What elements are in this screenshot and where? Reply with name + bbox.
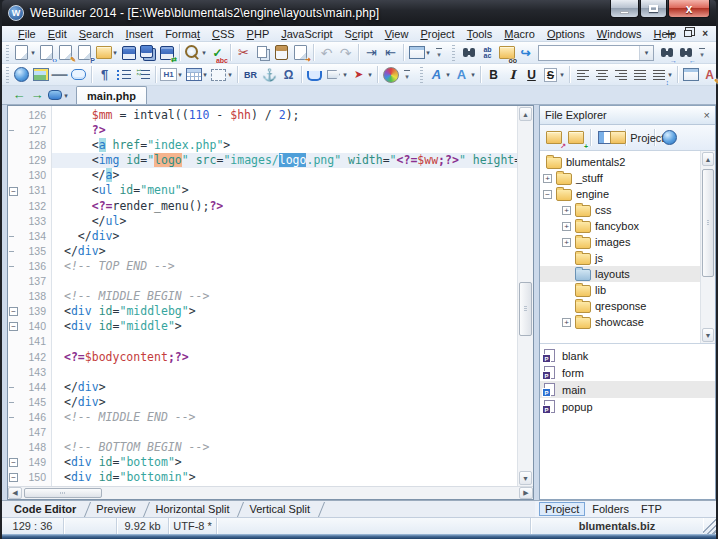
spell-check-icon[interactable]: ✓abc — [209, 44, 226, 61]
code-line-139[interactable]: <div id="middlebg"> — [52, 304, 517, 319]
code-line-144[interactable]: </div> — [52, 380, 517, 395]
code-line-135[interactable]: </div> — [52, 244, 517, 259]
tree-item-images[interactable]: +images — [540, 234, 700, 250]
align-right-icon[interactable] — [612, 66, 629, 83]
goto-icon[interactable]: ↪ — [517, 44, 534, 61]
cut-icon[interactable]: ✂ — [235, 44, 252, 61]
code-line-134[interactable]: </div> — [52, 229, 517, 244]
code-line-147[interactable] — [52, 425, 517, 440]
redo-icon[interactable]: ↷ — [337, 44, 354, 61]
minimize-button[interactable] — [610, 0, 639, 18]
toolbar-overflow-icon[interactable]: ▾ — [434, 44, 444, 61]
menu-view[interactable]: View — [379, 28, 415, 40]
menu-file[interactable]: File — [12, 28, 42, 40]
font-icon-caret[interactable]: ▾ — [444, 66, 452, 83]
replace-icon[interactable]: ab ac — [479, 44, 496, 61]
code-line-138[interactable]: <!-- MIDDLE BEGIN --> — [52, 289, 517, 304]
new-php-document-icon[interactable]: P — [76, 44, 93, 61]
tree-item-fancybox[interactable]: +fancybox — [540, 218, 700, 234]
menu-script[interactable]: Script — [339, 28, 379, 40]
find-next-icon[interactable]: → — [658, 44, 675, 61]
paragraph-icon[interactable]: ¶ — [96, 66, 113, 83]
open-file-icon-caret[interactable]: ▾ — [111, 44, 119, 61]
navigate-forward-icon[interactable]: → — [28, 86, 46, 103]
new-document-icon[interactable] — [13, 44, 30, 61]
fold-toggle-icon[interactable]: − — [9, 187, 18, 196]
tree-expander-icon[interactable]: + — [562, 206, 571, 215]
style-editor-icon[interactable]: A✎ — [701, 66, 718, 83]
indent-icon[interactable]: ⇥ — [363, 44, 380, 61]
scroll-right-icon[interactable]: ▶ — [519, 487, 533, 499]
table-icon-caret[interactable]: ▾ — [201, 66, 209, 83]
bold-icon[interactable]: B — [485, 66, 502, 83]
menu-php[interactable]: PHP — [241, 28, 276, 40]
find-icon-caret[interactable]: ▾ — [200, 44, 208, 61]
document-close-icon[interactable]: × — [702, 29, 708, 39]
special-character-icon[interactable]: Ω — [280, 66, 297, 83]
code-area[interactable]: $mm = intval((110 - $hh) / 2); ?> <a hre… — [52, 106, 517, 486]
code-line-150[interactable]: <div id="bottomin"> — [52, 470, 517, 485]
code-line-132[interactable]: <?=render_menu();?> — [52, 199, 517, 214]
encoding[interactable]: UTF-8 * — [169, 518, 217, 534]
tree-expander-icon[interactable]: + — [562, 222, 571, 231]
tree-vertical-scrollbar[interactable]: ▲ ▼ — [700, 151, 715, 343]
scroll-up-icon[interactable]: ▲ — [702, 152, 714, 166]
code-line-129[interactable]: <img id="logo" src="images/logo.png" wid… — [52, 153, 517, 168]
menu-css[interactable]: CSS — [206, 28, 241, 40]
scroll-down-icon[interactable]: ▼ — [519, 471, 532, 485]
line-break-icon[interactable]: BR — [242, 66, 259, 83]
menu-windows[interactable]: Windows — [591, 28, 648, 40]
code-snippet-icon[interactable]: ➤ — [350, 66, 367, 83]
view-tab-vertical-split[interactable]: Vertical Split — [241, 501, 322, 517]
code-line-137[interactable] — [52, 274, 517, 289]
copy-icon[interactable] — [254, 44, 271, 61]
tree-item-qresponse[interactable]: qresponse — [540, 298, 700, 314]
toolbar-overflow-icon[interactable]: ▾ — [402, 66, 412, 83]
line-spacing-icon[interactable]: ↕ — [650, 66, 667, 83]
italic-icon[interactable]: I — [504, 66, 521, 83]
maximize-button[interactable] — [640, 0, 667, 18]
tree-item-layouts[interactable]: layouts — [540, 266, 700, 282]
file-item-blank[interactable]: Pblank — [540, 347, 715, 364]
find-icon[interactable] — [184, 44, 201, 61]
scroll-left-icon[interactable]: ◀ — [8, 487, 22, 499]
image-icon[interactable] — [32, 66, 49, 83]
tag-icon[interactable] — [325, 66, 342, 83]
document-restore-icon[interactable] — [684, 30, 692, 37]
menu-options[interactable]: Options — [541, 28, 591, 40]
code-line-126[interactable]: $mm = intval((110 - $hh) / 2); — [52, 108, 517, 123]
view-tab-code-editor[interactable]: Code Editor — [6, 501, 88, 517]
code-line-136[interactable]: <!-- TOP END --> — [52, 259, 517, 274]
file-item-main[interactable]: Pmain — [540, 381, 715, 398]
code-line-141[interactable] — [52, 334, 517, 349]
strikethrough-icon-caret[interactable]: ▾ — [558, 66, 566, 83]
panel-tab-ftp[interactable]: FTP — [636, 502, 667, 516]
bullet-list-icon[interactable] — [115, 66, 132, 83]
menu-format[interactable]: Format — [159, 28, 206, 40]
numbered-list-icon[interactable] — [134, 66, 151, 83]
projects-button[interactable]: Projects — [630, 128, 650, 147]
tree-expander-icon[interactable]: + — [543, 174, 552, 183]
menu-tools[interactable]: Tools — [461, 28, 499, 40]
table-icon[interactable] — [185, 66, 202, 83]
toolbar-overflow-icon[interactable]: ▾ — [697, 44, 707, 61]
fold-toggle-icon[interactable]: − — [9, 458, 18, 467]
parent-folder-icon[interactable]: ↗ — [544, 128, 564, 147]
new-folder-icon[interactable]: + — [566, 128, 586, 147]
new-document-icon-caret[interactable]: ▾ — [29, 44, 37, 61]
find-dialog-icon[interactable] — [460, 44, 477, 61]
heading-icon[interactable]: H1 — [160, 66, 177, 83]
tree-item-_stuff[interactable]: +_stuff — [540, 170, 700, 186]
search-combo[interactable] — [538, 45, 654, 61]
view-tab-preview[interactable]: Preview — [88, 501, 147, 517]
code-line-130[interactable]: </a> — [52, 168, 517, 183]
hyperlink-icon[interactable] — [13, 66, 30, 83]
menu-javascript[interactable]: JavaScript — [275, 28, 338, 40]
toolbar-grip[interactable] — [6, 45, 9, 61]
font-color-icon[interactable]: A — [453, 66, 470, 83]
paste-special-icon[interactable]: ➜ — [292, 44, 309, 61]
menu-project[interactable]: Project — [414, 28, 460, 40]
editor-horizontal-scrollbar[interactable]: ◀ ▶ — [8, 486, 533, 499]
tree-item-js[interactable]: js — [540, 250, 700, 266]
strikethrough-icon[interactable]: S — [542, 66, 559, 83]
